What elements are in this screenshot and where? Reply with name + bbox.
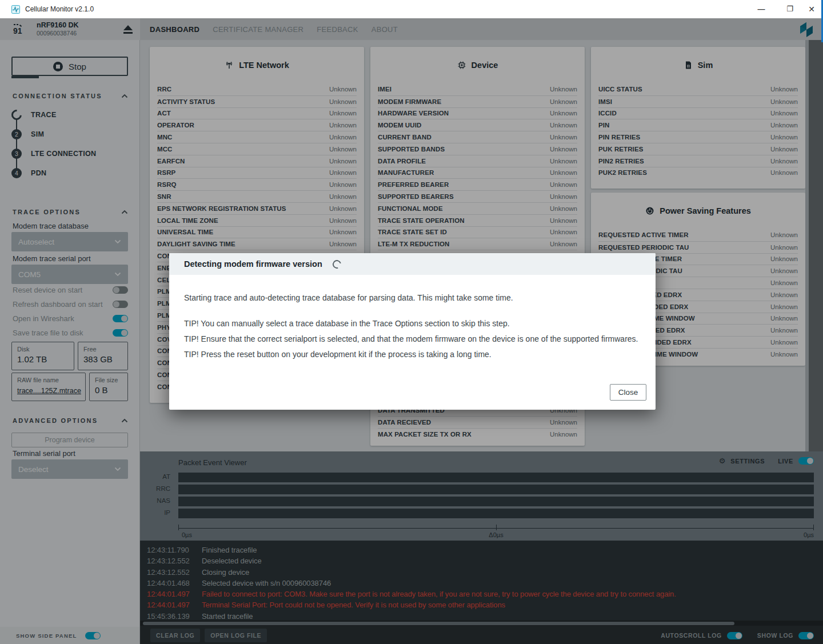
detecting-firmware-dialog: Detecting modem firmware version Startin… xyxy=(169,253,656,410)
close-dialog-button[interactable]: Close xyxy=(610,384,646,401)
loading-spinner-icon xyxy=(331,258,342,270)
close-window-button[interactable]: ✕ xyxy=(804,2,820,16)
dialog-title: Detecting modem firmware version xyxy=(184,259,322,269)
modal-tips: TIP! You can manually select a trace dat… xyxy=(184,316,641,362)
modal-tip: TIP! You can manually select a trace dat… xyxy=(184,316,641,331)
minimize-button[interactable]: — xyxy=(753,2,769,16)
dialog-body: Starting trace and auto-detecting trace … xyxy=(169,275,656,410)
window-title: Cellular Monitor v2.1.0 xyxy=(25,5,94,13)
titlebar: Cellular Monitor v2.1.0 — ❐ ✕ xyxy=(0,0,823,18)
modal-tip: TIP! Press the reset button on your deve… xyxy=(184,347,641,362)
maximize-button[interactable]: ❐ xyxy=(782,2,798,16)
dialog-intro-text: Starting trace and auto-detecting trace … xyxy=(184,275,641,302)
modal-tip: TIP! Ensure that the correct serialport … xyxy=(184,331,641,347)
app-window: Cellular Monitor v2.1.0 — ❐ ✕ 91 nRF9160… xyxy=(0,0,823,644)
dialog-header: Detecting modem firmware version xyxy=(169,253,656,275)
app-icon xyxy=(11,5,20,14)
